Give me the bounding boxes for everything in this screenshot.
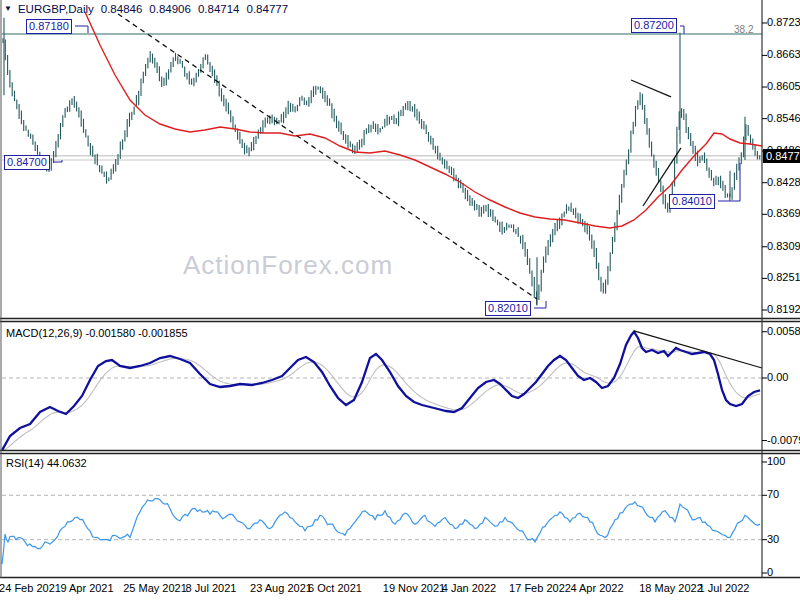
rsi-axis-tick: 0 (767, 566, 773, 578)
symbol-dropdown-icon[interactable]: ▼ (4, 4, 12, 14)
price-level-label-spike-high[interactable]: 0.87200 (631, 18, 677, 33)
macd-axis-tick: 0.00 (767, 371, 788, 383)
ohlc-open: 0.84846 (101, 3, 143, 15)
price-axis-tick: 0.82510 (767, 271, 800, 283)
rsi-axis-tick: 30 (767, 533, 779, 545)
fibonacci-level-label: 38.2 (734, 24, 753, 35)
rsi-indicator-label: RSI(14) 44.0632 (6, 457, 87, 469)
ohlc-close: 0.84777 (247, 3, 289, 15)
date-axis-label: 18 May 2022 (639, 582, 703, 594)
date-axis-label: 1 Jul 2022 (699, 582, 750, 594)
chart-header: ▼ EURGBP,Daily 0.84846 0.84906 0.84714 0… (4, 3, 288, 15)
date-axis-label: 4 Jan 2022 (442, 582, 496, 594)
macd-panel (2, 331, 762, 450)
price-level-label-support[interactable]: 0.84700 (4, 155, 50, 170)
price-axis-tick: 0.85465 (767, 112, 800, 124)
macd-axis-tick: -0.007945 (767, 434, 800, 446)
price-level-label-major-low[interactable]: 0.82010 (485, 301, 531, 316)
macd-indicator-label: MACD(12,26,9) -0.001580 -0.001855 (6, 327, 188, 339)
label-connectors (53, 26, 740, 308)
symbol-title: EURGBP,Daily (18, 3, 94, 15)
price-axis-tick: 0.83095 (767, 240, 800, 252)
price-level-label-resistance[interactable]: 0.87180 (26, 19, 72, 34)
date-axis-label: 9 Apr 2021 (60, 582, 113, 594)
price-axis-tick: 0.86635 (767, 48, 800, 60)
date-axis-label: 4 Apr 2022 (570, 582, 623, 594)
date-axis-label: 24 Feb 2021 (0, 582, 61, 594)
price-axis-tick: 0.84280 (767, 176, 800, 188)
rsi-axis-tick: 70 (767, 488, 779, 500)
watermark: ActionForex.com (183, 250, 393, 281)
current-price-badge: 0.84777 (763, 149, 800, 163)
date-axis-label: 25 May 2021 (123, 582, 187, 594)
rsi-panel (2, 495, 762, 564)
date-axis-label: 17 Feb 2022 (509, 582, 571, 594)
rsi-axis-tick: 100 (767, 455, 785, 467)
chart-canvas[interactable] (0, 0, 800, 600)
date-axis-label: 6 Oct 2021 (308, 582, 362, 594)
price-axis-tick: 0.86050 (767, 80, 800, 92)
ohlc-low: 0.84714 (198, 3, 240, 15)
price-axis-tick: 0.83695 (767, 207, 800, 219)
date-axis-label: 19 Nov 2021 (383, 582, 445, 594)
price-axis-tick: 0.87235 (767, 16, 800, 28)
price-axis-tick: 0.81925 (767, 303, 800, 315)
date-axis-label: 23 Aug 2021 (250, 582, 312, 594)
ohlc-high: 0.84906 (149, 3, 191, 15)
price-level-label-pullback-low[interactable]: 0.84010 (669, 194, 715, 209)
date-axis-label: 8 Jul 2021 (186, 582, 237, 594)
macd-axis-tick: 0.005872 (767, 325, 800, 337)
trading-chart-window: ▼ EURGBP,Daily 0.84846 0.84906 0.84714 0… (0, 0, 800, 600)
